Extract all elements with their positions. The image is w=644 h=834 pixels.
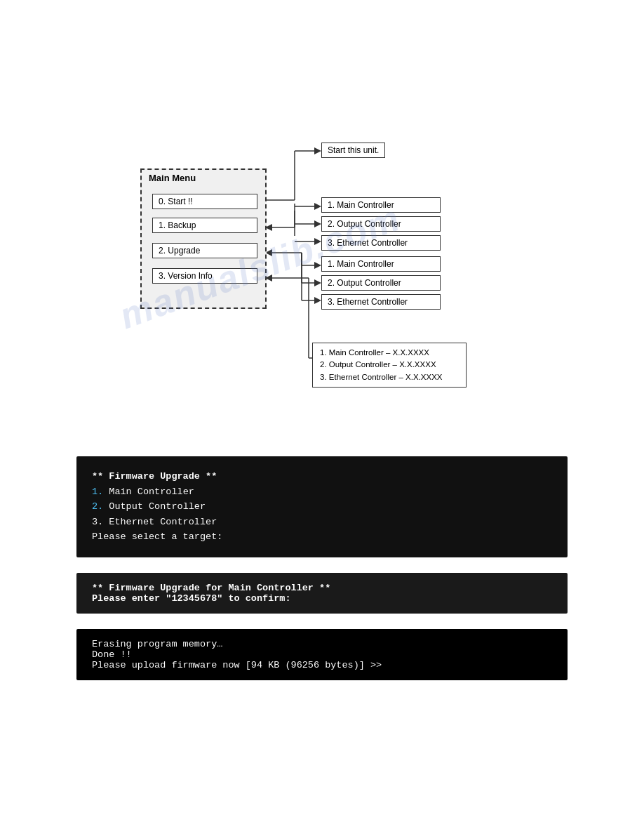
backup-sub-1: 1. Main Controller [321,197,441,213]
svg-marker-24 [314,297,321,304]
version-line-1: 1. Main Controller – X.X.XXXX [320,347,459,359]
menu-item-backup[interactable]: 1. Backup [152,218,257,233]
terminal3-line1: Erasing program memory… [92,639,552,649]
upgrade-sub-1: 1. Main Controller [321,256,441,272]
upgrade-sub-3: 3. Ethernet Controller [321,294,441,310]
terminal-block-2: ** Firmware Upgrade for Main Controller … [76,573,568,614]
terminal3-line3: Please upload firmware now [94 KB (96256… [92,660,552,670]
terminal2-line1: ** Firmware Upgrade for Main Controller … [92,583,552,593]
terminal3-line2: Done !! [92,649,552,660]
main-menu-box: Main Menu 0. Start !! 1. Backup 2. Upgra… [140,168,267,309]
terminal1-line5: Please select a target: [92,529,552,545]
svg-marker-18 [314,262,321,269]
svg-marker-10 [314,220,321,227]
terminal2-line2: Please enter "12345678" to confirm: [92,593,552,604]
start-this-unit-box: Start this unit. [321,143,385,158]
backup-sub-3: 3. Ethernet Controller [321,235,441,251]
terminal1-line3: 2. Output Controller [92,499,552,515]
terminal-block-1: ** Firmware Upgrade ** 1. Main Controlle… [76,456,568,557]
svg-marker-21 [314,279,321,286]
terminal1-line2: 1. Main Controller [92,484,552,500]
backup-sub-2: 2. Output Controller [321,216,441,232]
terminal1-line1: ** Firmware Upgrade ** [92,469,552,484]
menu-item-upgrade[interactable]: 2. Upgrade [152,243,257,258]
svg-marker-12 [314,238,321,245]
main-menu-title: Main Menu [149,173,196,183]
menu-item-start[interactable]: 0. Start !! [152,194,257,209]
terminal1-line4: 3. Ethernet Controller [92,515,552,530]
menu-item-version[interactable]: 3. Version Info [152,268,257,284]
version-info-box: 1. Main Controller – X.X.XXXX 2. Output … [312,343,467,388]
version-line-2: 2. Output Controller – X.X.XXXX [320,359,459,371]
svg-marker-8 [314,203,321,210]
version-line-3: 3. Ethernet Controller – X.X.XXXX [320,371,459,383]
upgrade-sub-2: 2. Output Controller [321,275,441,291]
terminal-section: ** Firmware Upgrade ** 1. Main Controlle… [76,456,568,680]
diagram-section: Start this unit. Main Menu 0. Start !! 1… [0,14,644,435]
terminal-block-3: Erasing program memory… Done !! Please u… [76,629,568,680]
svg-marker-3 [314,147,321,154]
